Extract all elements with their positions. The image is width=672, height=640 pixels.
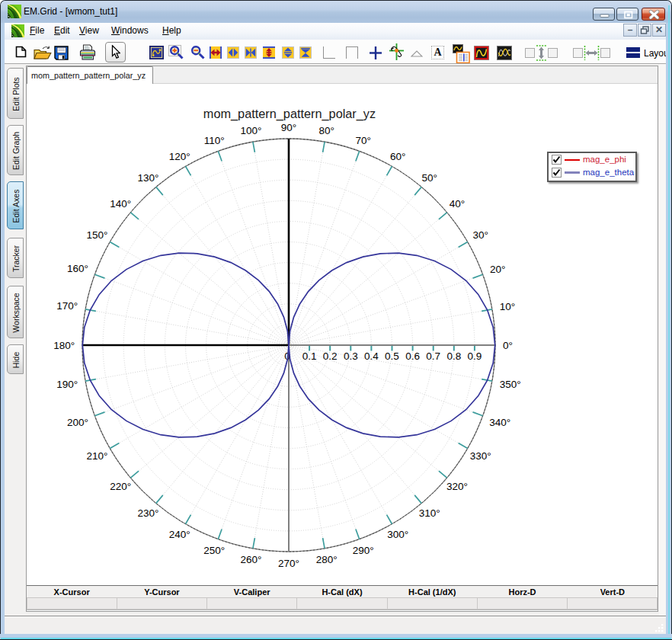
svg-text:60°: 60° [390,151,405,162]
svg-text:260°: 260° [240,554,261,565]
svg-text:0.5: 0.5 [385,350,399,362]
svg-text:110°: 110° [204,135,225,146]
svg-text:250°: 250° [203,545,225,556]
svg-text:0°: 0° [503,340,513,351]
svg-text:0.4: 0.4 [364,350,379,362]
svg-text:240°: 240° [169,529,190,540]
svg-text:90°: 90° [281,122,296,133]
svg-text:230°: 230° [137,507,158,519]
svg-text:310°: 310° [419,507,440,519]
svg-text:210°: 210° [86,450,107,462]
svg-text:130°: 130° [137,172,158,184]
svg-text:220°: 220° [110,481,131,492]
svg-text:mom_pattern_pattern_polar_yz: mom_pattern_pattern_polar_yz [203,107,376,121]
svg-text:10°: 10° [500,301,515,312]
svg-text:70°: 70° [356,135,371,146]
svg-text:320°: 320° [446,481,468,492]
svg-text:0.1: 0.1 [302,350,317,362]
svg-text:0.7: 0.7 [426,350,440,362]
svg-text:100°: 100° [240,125,261,136]
svg-text:170°: 170° [56,300,78,312]
svg-text:330°: 330° [470,450,491,462]
svg-text:270°: 270° [278,558,299,569]
svg-text:20°: 20° [490,264,505,275]
svg-text:150°: 150° [86,229,107,241]
svg-text:40°: 40° [450,198,465,210]
svg-text:140°: 140° [110,198,131,210]
svg-text:30°: 30° [472,229,488,241]
svg-text:0.6: 0.6 [405,350,420,362]
svg-text:0.9: 0.9 [468,350,482,362]
svg-text:180°: 180° [53,340,75,351]
svg-text:50°: 50° [421,172,437,184]
svg-text:200°: 200° [67,417,88,428]
svg-text:160°: 160° [67,263,88,274]
svg-text:290°: 290° [353,545,374,556]
svg-text:0.8: 0.8 [446,350,461,362]
svg-text:80°: 80° [318,125,334,136]
svg-text:280°: 280° [316,554,338,565]
svg-text:300°: 300° [387,529,408,540]
svg-text:120°: 120° [169,151,190,162]
svg-text:0.2: 0.2 [323,350,338,362]
svg-text:350°: 350° [500,379,521,390]
svg-text:190°: 190° [56,379,78,390]
svg-text:340°: 340° [489,417,510,428]
svg-text:0.3: 0.3 [344,350,358,362]
